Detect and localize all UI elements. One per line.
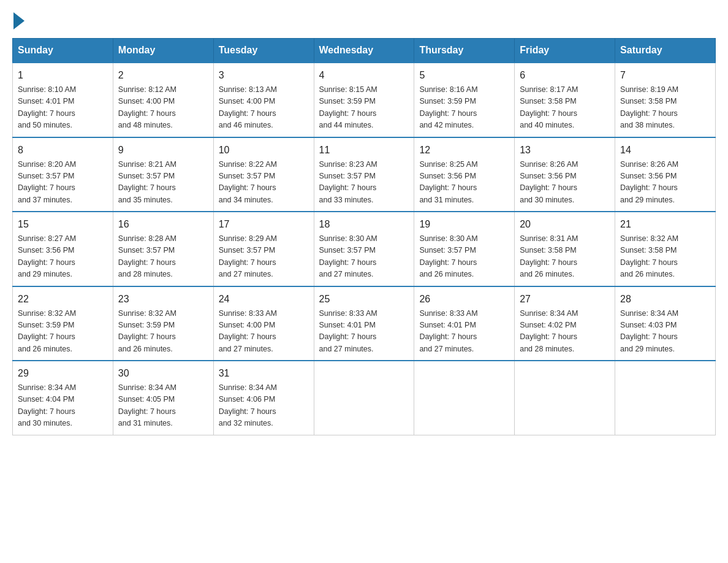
day-cell-19: 19Sunrise: 8:30 AMSunset: 3:57 PMDayligh…	[414, 212, 515, 286]
day-info: Sunrise: 8:31 AMSunset: 3:58 PMDaylight:…	[520, 233, 610, 281]
day-cell-31: 31Sunrise: 8:34 AMSunset: 4:06 PMDayligh…	[213, 361, 314, 435]
day-number: 29	[18, 366, 108, 381]
day-cell-8: 8Sunrise: 8:20 AMSunset: 3:57 PMDaylight…	[13, 137, 113, 212]
day-number: 3	[219, 68, 309, 83]
calendar-week-row: 29Sunrise: 8:34 AMSunset: 4:04 PMDayligh…	[13, 361, 716, 435]
day-cell-16: 16Sunrise: 8:28 AMSunset: 3:57 PMDayligh…	[113, 212, 213, 286]
day-number: 10	[219, 143, 309, 158]
day-cell-22: 22Sunrise: 8:32 AMSunset: 3:59 PMDayligh…	[13, 286, 113, 361]
day-cell-13: 13Sunrise: 8:26 AMSunset: 3:56 PMDayligh…	[515, 137, 615, 212]
day-number: 12	[419, 143, 509, 158]
day-info: Sunrise: 8:12 AMSunset: 4:00 PMDaylight:…	[118, 84, 208, 132]
day-info: Sunrise: 8:30 AMSunset: 3:57 PMDaylight:…	[319, 233, 409, 281]
day-cell-14: 14Sunrise: 8:26 AMSunset: 3:56 PMDayligh…	[615, 137, 716, 212]
logo-arrow-icon	[13, 12, 25, 29]
day-info: Sunrise: 8:34 AMSunset: 4:02 PMDaylight:…	[520, 308, 610, 356]
day-number: 1	[18, 68, 108, 83]
day-number: 26	[419, 292, 509, 307]
day-info: Sunrise: 8:34 AMSunset: 4:05 PMDaylight:…	[118, 382, 208, 430]
day-cell-26: 26Sunrise: 8:33 AMSunset: 4:01 PMDayligh…	[414, 286, 515, 361]
day-cell-21: 21Sunrise: 8:32 AMSunset: 3:58 PMDayligh…	[615, 212, 716, 286]
day-info: Sunrise: 8:26 AMSunset: 3:56 PMDaylight:…	[620, 159, 710, 207]
weekday-header-sunday: Sunday	[13, 39, 113, 63]
day-number: 23	[118, 292, 208, 307]
day-number: 9	[118, 143, 208, 158]
day-cell-15: 15Sunrise: 8:27 AMSunset: 3:56 PMDayligh…	[13, 212, 113, 286]
day-cell-3: 3Sunrise: 8:13 AMSunset: 4:00 PMDaylight…	[213, 63, 314, 137]
day-number: 6	[520, 68, 610, 83]
day-info: Sunrise: 8:19 AMSunset: 3:58 PMDaylight:…	[620, 84, 710, 132]
day-info: Sunrise: 8:33 AMSunset: 4:00 PMDaylight:…	[219, 308, 309, 356]
calendar-week-row: 22Sunrise: 8:32 AMSunset: 3:59 PMDayligh…	[13, 286, 716, 361]
day-info: Sunrise: 8:26 AMSunset: 3:56 PMDaylight:…	[520, 159, 610, 207]
day-number: 4	[319, 68, 409, 83]
day-cell-17: 17Sunrise: 8:29 AMSunset: 3:57 PMDayligh…	[213, 212, 314, 286]
calendar-header-row: SundayMondayTuesdayWednesdayThursdayFrid…	[13, 39, 716, 63]
day-cell-1: 1Sunrise: 8:10 AMSunset: 4:01 PMDaylight…	[13, 63, 113, 137]
day-info: Sunrise: 8:21 AMSunset: 3:57 PMDaylight:…	[118, 159, 208, 207]
day-info: Sunrise: 8:29 AMSunset: 3:57 PMDaylight:…	[219, 233, 309, 281]
day-number: 28	[620, 292, 710, 307]
day-info: Sunrise: 8:13 AMSunset: 4:00 PMDaylight:…	[219, 84, 309, 132]
day-number: 27	[520, 292, 610, 307]
day-cell-12: 12Sunrise: 8:25 AMSunset: 3:56 PMDayligh…	[414, 137, 515, 212]
day-number: 5	[419, 68, 509, 83]
empty-day-cell	[515, 361, 615, 435]
day-cell-23: 23Sunrise: 8:32 AMSunset: 3:59 PMDayligh…	[113, 286, 213, 361]
day-number: 8	[18, 143, 108, 158]
day-cell-6: 6Sunrise: 8:17 AMSunset: 3:58 PMDaylight…	[515, 63, 615, 137]
weekday-header-thursday: Thursday	[414, 39, 515, 63]
day-info: Sunrise: 8:27 AMSunset: 3:56 PMDaylight:…	[18, 233, 108, 281]
empty-day-cell	[414, 361, 515, 435]
day-number: 19	[419, 217, 509, 232]
day-cell-4: 4Sunrise: 8:15 AMSunset: 3:59 PMDaylight…	[314, 63, 414, 137]
empty-day-cell	[314, 361, 414, 435]
day-info: Sunrise: 8:33 AMSunset: 4:01 PMDaylight:…	[319, 308, 409, 356]
day-info: Sunrise: 8:17 AMSunset: 3:58 PMDaylight:…	[520, 84, 610, 132]
day-number: 30	[118, 366, 208, 381]
day-cell-27: 27Sunrise: 8:34 AMSunset: 4:02 PMDayligh…	[515, 286, 615, 361]
day-number: 2	[118, 68, 208, 83]
day-info: Sunrise: 8:20 AMSunset: 3:57 PMDaylight:…	[18, 159, 108, 207]
day-cell-9: 9Sunrise: 8:21 AMSunset: 3:57 PMDaylight…	[113, 137, 213, 212]
logo	[12, 12, 26, 26]
day-cell-11: 11Sunrise: 8:23 AMSunset: 3:57 PMDayligh…	[314, 137, 414, 212]
day-number: 7	[620, 68, 710, 83]
day-number: 24	[219, 292, 309, 307]
day-number: 31	[219, 366, 309, 381]
day-info: Sunrise: 8:22 AMSunset: 3:57 PMDaylight:…	[219, 159, 309, 207]
day-info: Sunrise: 8:34 AMSunset: 4:04 PMDaylight:…	[18, 382, 108, 430]
day-cell-2: 2Sunrise: 8:12 AMSunset: 4:00 PMDaylight…	[113, 63, 213, 137]
day-info: Sunrise: 8:23 AMSunset: 3:57 PMDaylight:…	[319, 159, 409, 207]
day-info: Sunrise: 8:33 AMSunset: 4:01 PMDaylight:…	[419, 308, 509, 356]
weekday-header-wednesday: Wednesday	[314, 39, 414, 63]
day-number: 22	[18, 292, 108, 307]
empty-day-cell	[615, 361, 716, 435]
calendar-table: SundayMondayTuesdayWednesdayThursdayFrid…	[12, 38, 716, 435]
day-number: 11	[319, 143, 409, 158]
calendar-week-row: 15Sunrise: 8:27 AMSunset: 3:56 PMDayligh…	[13, 212, 716, 286]
day-number: 25	[319, 292, 409, 307]
day-cell-7: 7Sunrise: 8:19 AMSunset: 3:58 PMDaylight…	[615, 63, 716, 137]
calendar-week-row: 8Sunrise: 8:20 AMSunset: 3:57 PMDaylight…	[13, 137, 716, 212]
weekday-header-tuesday: Tuesday	[213, 39, 314, 63]
day-number: 16	[118, 217, 208, 232]
day-number: 13	[520, 143, 610, 158]
day-number: 20	[520, 217, 610, 232]
day-info: Sunrise: 8:10 AMSunset: 4:01 PMDaylight:…	[18, 84, 108, 132]
day-info: Sunrise: 8:30 AMSunset: 3:57 PMDaylight:…	[419, 233, 509, 281]
day-cell-10: 10Sunrise: 8:22 AMSunset: 3:57 PMDayligh…	[213, 137, 314, 212]
calendar-week-row: 1Sunrise: 8:10 AMSunset: 4:01 PMDaylight…	[13, 63, 716, 137]
day-number: 21	[620, 217, 710, 232]
day-info: Sunrise: 8:32 AMSunset: 3:59 PMDaylight:…	[118, 308, 208, 356]
day-number: 17	[219, 217, 309, 232]
day-number: 15	[18, 217, 108, 232]
day-number: 18	[319, 217, 409, 232]
day-cell-29: 29Sunrise: 8:34 AMSunset: 4:04 PMDayligh…	[13, 361, 113, 435]
day-info: Sunrise: 8:32 AMSunset: 3:59 PMDaylight:…	[18, 308, 108, 356]
day-number: 14	[620, 143, 710, 158]
day-cell-20: 20Sunrise: 8:31 AMSunset: 3:58 PMDayligh…	[515, 212, 615, 286]
day-cell-30: 30Sunrise: 8:34 AMSunset: 4:05 PMDayligh…	[113, 361, 213, 435]
day-info: Sunrise: 8:32 AMSunset: 3:58 PMDaylight:…	[620, 233, 710, 281]
weekday-header-saturday: Saturday	[615, 39, 716, 63]
